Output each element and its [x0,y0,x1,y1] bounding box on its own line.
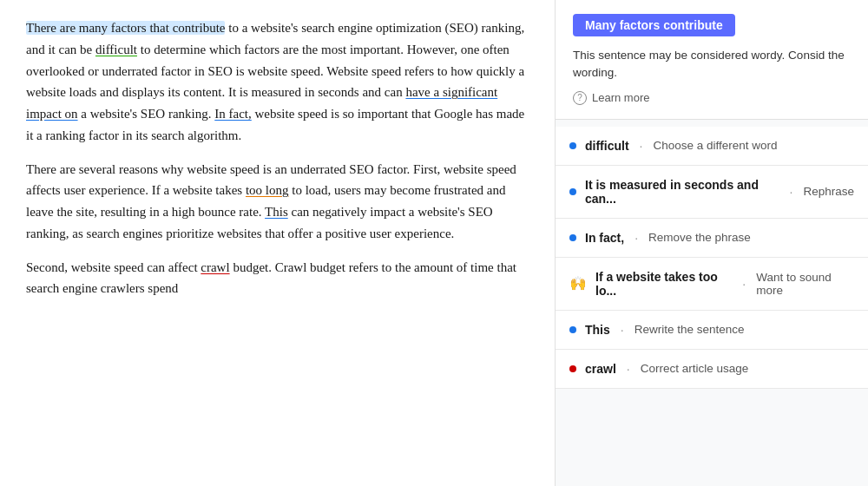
suggestion-action: Remove the phrase [648,231,751,244]
phrase-too-long: too long [246,183,289,197]
suggestion-word: difficult [585,139,629,153]
suggestion-separator: · [627,362,630,376]
suggestion-separator: · [742,277,746,291]
word-crawl: crawl [201,260,229,274]
suggestion-row[interactable]: crawl·Correct article usage [556,350,868,389]
paragraph-3: Second, website speed can affect crawl b… [26,257,529,300]
learn-more-link[interactable]: Learn more [592,91,649,104]
suggestion-action: Correct article usage [641,362,749,375]
learn-more-row[interactable]: ? Learn more [573,91,851,105]
suggestion-description: This sentence may be considered wordy. C… [573,47,851,82]
suggestion-separator: · [635,231,638,245]
suggestions-panel: Many factors contribute This sentence ma… [556,0,868,486]
suggestion-word: This [585,323,610,337]
suggestion-separator: · [790,185,793,199]
suggestion-emoji: 🙌 [569,275,587,292]
suggestion-row[interactable]: 🙌If a website takes too lo...·Want to so… [556,258,868,311]
suggestion-tag: Many factors contribute [573,14,735,36]
suggestion-separator: · [621,323,624,337]
paragraph-2: There are several reasons why website sp… [26,159,529,245]
suggestion-dot [569,234,576,241]
suggestion-action: Want to sound more [756,271,854,297]
suggestion-row[interactable]: It is measured in seconds and can...·Rep… [556,166,868,219]
highlighted-phrase: There are many factors that contribute [26,21,225,35]
info-icon: ? [573,91,587,105]
suggestion-separator: · [640,139,643,153]
suggestion-action: Choose a different word [653,139,777,152]
suggestion-word: In fact, [585,231,624,245]
suggestion-header-card: Many factors contribute This sentence ma… [556,0,868,120]
suggestion-action: Rephrase [803,185,854,198]
suggestion-dot [569,326,576,333]
suggestion-word: If a website takes too lo... [595,270,732,298]
suggestion-row[interactable]: This·Rewrite the sentence [556,311,868,350]
editor-panel[interactable]: There are many factors that contribute t… [0,0,556,486]
suggestion-word: It is measured in seconds and can... [585,178,779,206]
suggestion-word: crawl [585,362,616,376]
suggestion-list: difficult·Choose a different wordIt is m… [556,127,868,389]
suggestion-row[interactable]: In fact,·Remove the phrase [556,219,868,258]
word-difficult: difficult [95,43,137,56]
paragraph-1: There are many factors that contribute t… [26,17,529,147]
suggestion-row[interactable]: difficult·Choose a different word [556,127,868,166]
suggestion-action: Rewrite the sentence [635,323,745,336]
suggestion-dot [569,188,576,195]
suggestion-dot [569,142,576,149]
phrase-in-fact: In fact, [214,107,251,121]
word-this: This [265,205,288,219]
suggestion-dot [569,365,576,372]
